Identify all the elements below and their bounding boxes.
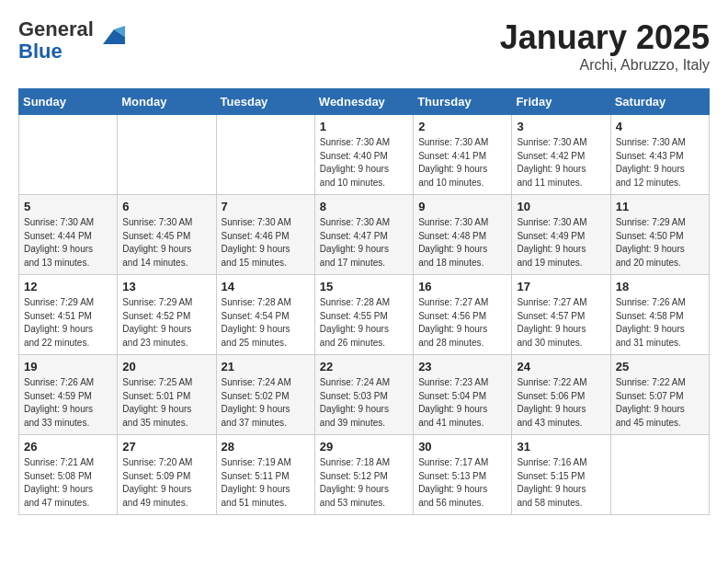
calendar-cell: 23Sunrise: 7:23 AM Sunset: 5:04 PM Dayli… bbox=[414, 355, 512, 435]
calendar-week-row: 5Sunrise: 7:30 AM Sunset: 4:44 PM Daylig… bbox=[19, 195, 710, 275]
calendar-cell: 1Sunrise: 7:30 AM Sunset: 4:40 PM Daylig… bbox=[314, 115, 413, 195]
day-number: 9 bbox=[418, 200, 506, 213]
day-number: 14 bbox=[222, 280, 310, 293]
day-info: Sunrise: 7:21 AM Sunset: 5:08 PM Dayligh… bbox=[24, 456, 112, 510]
weekday-header-wednesday: Wednesday bbox=[314, 89, 413, 115]
calendar-cell: 7Sunrise: 7:30 AM Sunset: 4:46 PM Daylig… bbox=[216, 195, 314, 275]
day-number: 22 bbox=[320, 360, 408, 373]
day-number: 12 bbox=[24, 280, 112, 293]
calendar-cell: 15Sunrise: 7:28 AM Sunset: 4:55 PM Dayli… bbox=[314, 275, 413, 355]
day-info: Sunrise: 7:19 AM Sunset: 5:11 PM Dayligh… bbox=[222, 456, 310, 510]
day-number: 17 bbox=[517, 280, 605, 293]
day-number: 7 bbox=[222, 200, 310, 213]
day-info: Sunrise: 7:30 AM Sunset: 4:44 PM Dayligh… bbox=[24, 216, 112, 270]
calendar-table: SundayMondayTuesdayWednesdayThursdayFrid… bbox=[18, 88, 710, 515]
calendar-cell: 16Sunrise: 7:27 AM Sunset: 4:56 PM Dayli… bbox=[414, 275, 512, 355]
day-info: Sunrise: 7:22 AM Sunset: 5:06 PM Dayligh… bbox=[517, 376, 605, 430]
calendar-cell bbox=[610, 435, 709, 515]
calendar-cell: 27Sunrise: 7:20 AM Sunset: 5:09 PM Dayli… bbox=[118, 435, 216, 515]
calendar-cell: 8Sunrise: 7:30 AM Sunset: 4:47 PM Daylig… bbox=[314, 195, 413, 275]
day-number: 28 bbox=[222, 440, 310, 454]
calendar-cell: 24Sunrise: 7:22 AM Sunset: 5:06 PM Dayli… bbox=[512, 355, 610, 435]
day-info: Sunrise: 7:28 AM Sunset: 4:55 PM Dayligh… bbox=[320, 296, 408, 350]
day-info: Sunrise: 7:30 AM Sunset: 4:49 PM Dayligh… bbox=[517, 216, 605, 270]
logo-icon bbox=[96, 22, 125, 52]
day-info: Sunrise: 7:26 AM Sunset: 4:58 PM Dayligh… bbox=[616, 296, 704, 350]
calendar-cell bbox=[216, 115, 314, 195]
calendar-cell: 2Sunrise: 7:30 AM Sunset: 4:41 PM Daylig… bbox=[414, 115, 512, 195]
day-info: Sunrise: 7:23 AM Sunset: 5:04 PM Dayligh… bbox=[418, 376, 506, 430]
day-info: Sunrise: 7:16 AM Sunset: 5:15 PM Dayligh… bbox=[517, 456, 605, 510]
calendar-cell bbox=[19, 115, 118, 195]
weekday-header-tuesday: Tuesday bbox=[216, 89, 314, 115]
weekday-header-monday: Monday bbox=[118, 89, 216, 115]
calendar-week-row: 26Sunrise: 7:21 AM Sunset: 5:08 PM Dayli… bbox=[19, 435, 710, 515]
day-number: 4 bbox=[616, 120, 704, 133]
day-info: Sunrise: 7:24 AM Sunset: 5:03 PM Dayligh… bbox=[320, 376, 408, 430]
calendar-cell: 12Sunrise: 7:29 AM Sunset: 4:51 PM Dayli… bbox=[19, 275, 118, 355]
day-info: Sunrise: 7:24 AM Sunset: 5:02 PM Dayligh… bbox=[222, 376, 310, 430]
day-info: Sunrise: 7:26 AM Sunset: 4:59 PM Dayligh… bbox=[24, 376, 112, 430]
calendar-cell: 19Sunrise: 7:26 AM Sunset: 4:59 PM Dayli… bbox=[19, 355, 118, 435]
day-info: Sunrise: 7:27 AM Sunset: 4:56 PM Dayligh… bbox=[418, 296, 506, 350]
day-number: 16 bbox=[418, 280, 506, 293]
calendar-cell: 6Sunrise: 7:30 AM Sunset: 4:45 PM Daylig… bbox=[118, 195, 216, 275]
day-info: Sunrise: 7:18 AM Sunset: 5:12 PM Dayligh… bbox=[320, 456, 408, 510]
calendar-cell: 18Sunrise: 7:26 AM Sunset: 4:58 PM Dayli… bbox=[610, 275, 709, 355]
logo: General Blue bbox=[18, 18, 125, 63]
day-info: Sunrise: 7:27 AM Sunset: 4:57 PM Dayligh… bbox=[517, 296, 605, 350]
weekday-header-saturday: Saturday bbox=[610, 89, 709, 115]
calendar-cell: 26Sunrise: 7:21 AM Sunset: 5:08 PM Dayli… bbox=[19, 435, 118, 515]
day-info: Sunrise: 7:30 AM Sunset: 4:46 PM Dayligh… bbox=[222, 216, 310, 270]
logo-general: General bbox=[18, 17, 94, 40]
calendar-cell: 29Sunrise: 7:18 AM Sunset: 5:12 PM Dayli… bbox=[314, 435, 413, 515]
day-number: 5 bbox=[24, 200, 112, 213]
calendar-cell: 5Sunrise: 7:30 AM Sunset: 4:44 PM Daylig… bbox=[19, 195, 118, 275]
day-info: Sunrise: 7:28 AM Sunset: 4:54 PM Dayligh… bbox=[222, 296, 310, 350]
day-number: 1 bbox=[320, 120, 408, 133]
day-number: 26 bbox=[24, 440, 112, 454]
day-number: 24 bbox=[517, 360, 605, 373]
day-info: Sunrise: 7:29 AM Sunset: 4:52 PM Dayligh… bbox=[122, 296, 210, 350]
day-number: 27 bbox=[122, 440, 210, 454]
day-info: Sunrise: 7:30 AM Sunset: 4:47 PM Dayligh… bbox=[320, 216, 408, 270]
calendar-week-row: 1Sunrise: 7:30 AM Sunset: 4:40 PM Daylig… bbox=[19, 115, 710, 195]
day-number: 18 bbox=[616, 280, 704, 293]
day-info: Sunrise: 7:30 AM Sunset: 4:45 PM Dayligh… bbox=[122, 216, 210, 270]
day-info: Sunrise: 7:30 AM Sunset: 4:48 PM Dayligh… bbox=[418, 216, 506, 270]
day-number: 13 bbox=[122, 280, 210, 293]
day-number: 19 bbox=[24, 360, 112, 373]
calendar-cell bbox=[118, 115, 216, 195]
day-number: 25 bbox=[616, 360, 704, 373]
calendar-cell: 13Sunrise: 7:29 AM Sunset: 4:52 PM Dayli… bbox=[118, 275, 216, 355]
day-info: Sunrise: 7:29 AM Sunset: 4:51 PM Dayligh… bbox=[24, 296, 112, 350]
day-info: Sunrise: 7:30 AM Sunset: 4:43 PM Dayligh… bbox=[616, 136, 704, 190]
calendar-week-row: 12Sunrise: 7:29 AM Sunset: 4:51 PM Dayli… bbox=[19, 275, 710, 355]
calendar-cell: 17Sunrise: 7:27 AM Sunset: 4:57 PM Dayli… bbox=[512, 275, 610, 355]
weekday-header-sunday: Sunday bbox=[19, 89, 118, 115]
calendar-cell: 11Sunrise: 7:29 AM Sunset: 4:50 PM Dayli… bbox=[610, 195, 709, 275]
day-number: 11 bbox=[616, 200, 704, 213]
location-title: Archi, Abruzzo, Italy bbox=[500, 57, 710, 74]
day-number: 2 bbox=[418, 120, 506, 133]
calendar-cell: 10Sunrise: 7:30 AM Sunset: 4:49 PM Dayli… bbox=[512, 195, 610, 275]
day-info: Sunrise: 7:30 AM Sunset: 4:42 PM Dayligh… bbox=[517, 136, 605, 190]
day-info: Sunrise: 7:25 AM Sunset: 5:01 PM Dayligh… bbox=[122, 376, 210, 430]
calendar-cell: 20Sunrise: 7:25 AM Sunset: 5:01 PM Dayli… bbox=[118, 355, 216, 435]
calendar-week-row: 19Sunrise: 7:26 AM Sunset: 4:59 PM Dayli… bbox=[19, 355, 710, 435]
day-number: 30 bbox=[418, 440, 506, 454]
weekday-header-row: SundayMondayTuesdayWednesdayThursdayFrid… bbox=[19, 89, 710, 115]
calendar-cell: 30Sunrise: 7:17 AM Sunset: 5:13 PM Dayli… bbox=[414, 435, 512, 515]
day-number: 23 bbox=[418, 360, 506, 373]
title-block: January 2025 Archi, Abruzzo, Italy bbox=[500, 18, 710, 74]
day-info: Sunrise: 7:17 AM Sunset: 5:13 PM Dayligh… bbox=[418, 456, 506, 510]
weekday-header-thursday: Thursday bbox=[414, 89, 512, 115]
day-number: 20 bbox=[122, 360, 210, 373]
calendar-cell: 28Sunrise: 7:19 AM Sunset: 5:11 PM Dayli… bbox=[216, 435, 314, 515]
weekday-header-friday: Friday bbox=[512, 89, 610, 115]
calendar-cell: 31Sunrise: 7:16 AM Sunset: 5:15 PM Dayli… bbox=[512, 435, 610, 515]
day-number: 31 bbox=[517, 440, 605, 454]
calendar-cell: 4Sunrise: 7:30 AM Sunset: 4:43 PM Daylig… bbox=[610, 115, 709, 195]
day-number: 29 bbox=[320, 440, 408, 454]
day-info: Sunrise: 7:20 AM Sunset: 5:09 PM Dayligh… bbox=[122, 456, 210, 510]
